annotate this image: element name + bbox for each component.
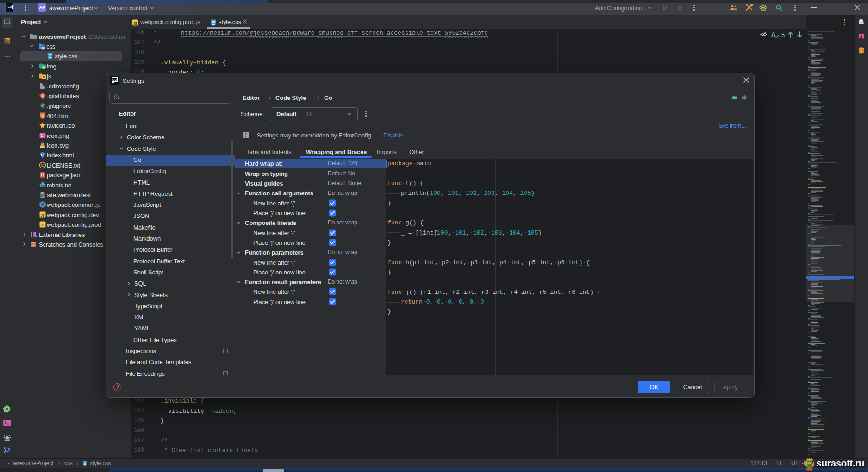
svg-text:JS: JS bbox=[42, 76, 45, 79]
svg-text:JS: JS bbox=[41, 213, 45, 217]
svg-text:SVG: SVG bbox=[40, 145, 45, 148]
svg-text:JS: JS bbox=[41, 224, 45, 227]
svg-text:C: C bbox=[41, 163, 44, 168]
svg-text:5: 5 bbox=[42, 114, 44, 118]
svg-text:JS: JS bbox=[133, 22, 137, 25]
svg-text:css: css bbox=[41, 46, 45, 49]
